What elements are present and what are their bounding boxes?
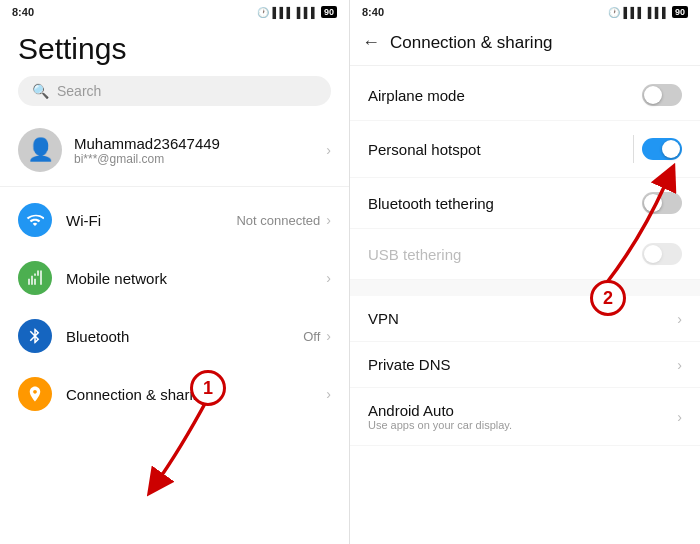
left-status-icons: 🕐 ▌▌▌ ▌▌▌ 90	[257, 6, 337, 18]
right-time: 8:40	[362, 6, 384, 18]
android-auto-sublabel: Use apps on your car display.	[368, 419, 677, 431]
user-name: Muhammad23647449	[74, 135, 326, 152]
wifi-label: Wi-Fi	[66, 212, 236, 229]
search-icon: 🔍	[32, 83, 49, 99]
mobile-network-row[interactable]: Mobile network ›	[0, 249, 349, 307]
search-placeholder: Search	[57, 83, 101, 99]
settings-title: Settings	[0, 24, 349, 76]
hotspot-toggle-knob	[662, 140, 680, 158]
mobile-chevron-icon: ›	[326, 270, 331, 286]
search-bar[interactable]: 🔍 Search	[18, 76, 331, 106]
android-auto-chevron-icon: ›	[677, 409, 682, 425]
android-auto-label: Android Auto	[368, 402, 677, 419]
usb-tethering-label: USB tethering	[368, 246, 642, 263]
bluetooth-icon	[18, 319, 52, 353]
bt-tethering-toggle[interactable]	[642, 192, 682, 214]
annotation-2: 2	[590, 280, 626, 316]
right-status-bar: 8:40 🕐 ▌▌▌ ▌▌▌ 90	[350, 0, 700, 24]
alarm-icon-r: 🕐	[608, 7, 620, 18]
annotation-1: 1	[190, 370, 226, 406]
connection-sharing-row[interactable]: Connection & sharing ›	[0, 365, 349, 423]
wifi-row[interactable]: Wi-Fi Not connected ›	[0, 191, 349, 249]
mobile-label: Mobile network	[66, 270, 326, 287]
private-dns-label: Private DNS	[368, 356, 677, 373]
bluetooth-row[interactable]: Bluetooth Off ›	[0, 307, 349, 365]
connection-chevron-icon: ›	[326, 386, 331, 402]
bluetooth-chevron-icon: ›	[326, 328, 331, 344]
right-header: ← Connection & sharing	[350, 24, 700, 61]
user-info: Muhammad23647449 bi***@gmail.com	[74, 135, 326, 166]
personal-hotspot-row[interactable]: Personal hotspot	[350, 121, 700, 178]
alarm-icon: 🕐	[257, 7, 269, 18]
right-panel: 8:40 🕐 ▌▌▌ ▌▌▌ 90 ← Connection & sharing…	[350, 0, 700, 544]
signal-icon: ▌▌▌	[272, 7, 293, 18]
signal-icon-r: ▌▌▌	[623, 7, 644, 18]
vpn-label: VPN	[368, 310, 677, 327]
bluetooth-tethering-row[interactable]: Bluetooth tethering	[350, 178, 700, 229]
bt-tethering-toggle-knob	[644, 194, 662, 212]
battery-indicator: 90	[321, 6, 337, 18]
divider-1	[0, 186, 349, 187]
android-auto-info: Android Auto Use apps on your car displa…	[368, 402, 677, 431]
hotspot-label: Personal hotspot	[368, 141, 625, 158]
usb-tethering-row[interactable]: USB tethering	[350, 229, 700, 280]
wifi-icon	[18, 203, 52, 237]
connection-icon	[18, 377, 52, 411]
airplane-toggle[interactable]	[642, 84, 682, 106]
avatar: 👤	[18, 128, 62, 172]
vpn-row[interactable]: VPN ›	[350, 296, 700, 342]
private-dns-row[interactable]: Private DNS ›	[350, 342, 700, 388]
right-status-icons: 🕐 ▌▌▌ ▌▌▌ 90	[608, 6, 688, 18]
hotspot-divider	[633, 135, 634, 163]
wifi-status: Not connected	[236, 213, 320, 228]
signal-icon2-r: ▌▌▌	[648, 7, 669, 18]
battery-indicator-r: 90	[672, 6, 688, 18]
private-dns-chevron-icon: ›	[677, 357, 682, 373]
section-gap	[350, 280, 700, 296]
android-auto-row[interactable]: Android Auto Use apps on your car displa…	[350, 388, 700, 446]
back-button[interactable]: ←	[362, 32, 380, 53]
divider-r1	[350, 65, 700, 66]
hotspot-toggle[interactable]	[642, 138, 682, 160]
airplane-toggle-knob	[644, 86, 662, 104]
user-chevron-icon: ›	[326, 142, 331, 158]
airplane-label: Airplane mode	[368, 87, 642, 104]
bt-tethering-label: Bluetooth tethering	[368, 195, 642, 212]
usb-tethering-toggle-knob	[644, 245, 662, 263]
vpn-chevron-icon: ›	[677, 311, 682, 327]
left-panel: 8:40 🕐 ▌▌▌ ▌▌▌ 90 Settings 🔍 Search 👤 Mu…	[0, 0, 350, 544]
bluetooth-label: Bluetooth	[66, 328, 303, 345]
left-time: 8:40	[12, 6, 34, 18]
bluetooth-status: Off	[303, 329, 320, 344]
wifi-chevron-icon: ›	[326, 212, 331, 228]
left-status-bar: 8:40 🕐 ▌▌▌ ▌▌▌ 90	[0, 0, 349, 24]
user-email: bi***@gmail.com	[74, 152, 326, 166]
mobile-icon	[18, 261, 52, 295]
signal-icon2: ▌▌▌	[297, 7, 318, 18]
user-profile-row[interactable]: 👤 Muhammad23647449 bi***@gmail.com ›	[0, 118, 349, 182]
page-title: Connection & sharing	[390, 33, 553, 53]
airplane-mode-row[interactable]: Airplane mode	[350, 70, 700, 121]
usb-tethering-toggle	[642, 243, 682, 265]
